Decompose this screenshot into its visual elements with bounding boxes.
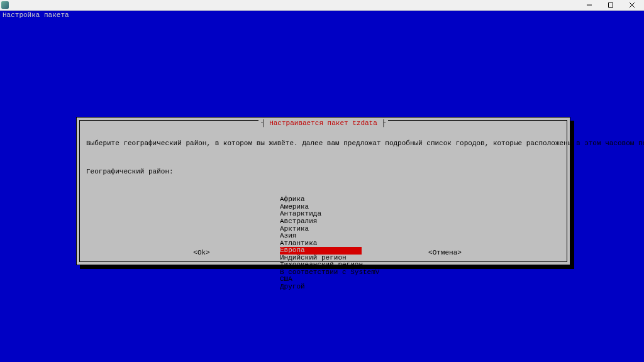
minimize-button[interactable] (579, 1, 600, 10)
terminal-header: Настройка пакета (0, 11, 644, 19)
dialog-prompt: Выберите географический район, в котором… (86, 140, 560, 148)
maximize-button[interactable] (600, 1, 621, 10)
region-option[interactable]: Другой (280, 283, 380, 291)
ok-button[interactable]: <Ok> (80, 249, 323, 256)
cancel-button[interactable]: <Отмена> (323, 249, 567, 256)
dialog-field-label: Географический район: (86, 168, 560, 176)
region-option[interactable]: В соответствии с SystemV (280, 269, 380, 277)
region-option[interactable]: Азия (280, 233, 380, 240)
region-option[interactable]: Австралия (280, 218, 380, 226)
svg-rect-1 (609, 3, 613, 8)
close-button[interactable] (621, 1, 643, 10)
window-controls (579, 1, 643, 10)
terminal-area: Настройка пакета ┤ Настраивается пакет t… (0, 11, 644, 362)
region-options-list[interactable]: АфрикаАмерикаАнтарктидаАвстралияАрктикаА… (280, 196, 380, 290)
dialog-title: ┤ Настраивается пакет tzdata ├ (258, 119, 388, 127)
app-icon (1, 1, 9, 9)
config-dialog: ┤ Настраивается пакет tzdata ├ Выберите … (76, 117, 570, 265)
window-titlebar (0, 0, 644, 11)
